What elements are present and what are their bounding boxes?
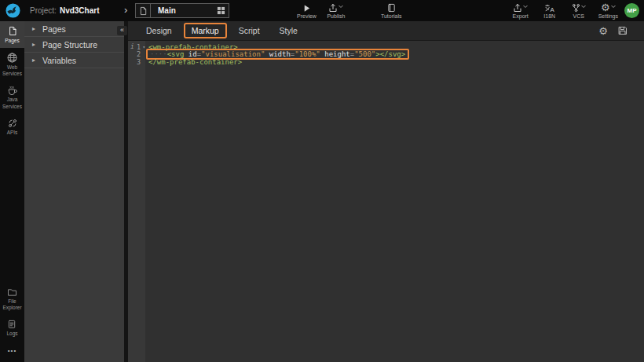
pages-icon [8,26,17,36]
settings-button[interactable]: ⚙Settings [598,2,618,19]
publish-button[interactable]: Publish [327,2,346,19]
code-text: ····<svg id="visualisation" width="100%"… [145,50,409,58]
tabbar-tools: ⚙ [598,26,628,36]
preview-button[interactable]: Preview [297,2,317,19]
i18n-button[interactable]: AI18N [540,2,559,19]
java-services-icon [7,86,17,95]
action-label: VCS [573,13,584,19]
avatar[interactable]: MP [624,3,639,18]
sidebar-item-label: APIs [7,130,18,136]
left-panel: « ▸Pages▸Page Structure▸Variables [24,21,124,362]
caret-down-icon [338,0,343,12]
sidebar-item-java-services[interactable]: Java Services [0,81,24,113]
sidebar-item-logs[interactable]: Logs [0,315,24,341]
play-icon [302,2,311,13]
panel-section-label: Page Structure [42,40,97,49]
panel-section-label: Pages [42,24,66,34]
gear-icon[interactable]: ⚙ [598,26,608,36]
token-tag: <svg [167,50,185,58]
topbar-center-actions: PreviewPublishTutorials [297,0,402,21]
caret-down-icon [523,0,528,12]
more-button[interactable]: ••• [0,341,24,362]
sidebar-item-label: Web Services [1,64,24,77]
file-explorer-icon [7,288,17,297]
sidebar-item-file-explorer[interactable]: File Explorer [0,283,24,315]
panel-divider[interactable] [124,21,128,362]
panel-collapse-button[interactable]: « [117,26,127,35]
sidebar-item-label: Pages [5,38,19,44]
topbar: Project: Nvd3Chart › Main PreviewPublish… [0,0,644,21]
editor-tabbar: DesignMarkupScriptStyle⚙ [128,21,644,41]
topbar-right-actions: ExportAI18NVCS⚙Settings [511,0,618,21]
line-gutter: 2 [128,50,145,58]
i18n-icon: A [544,2,554,13]
action-label: Settings [598,13,618,19]
panel-section-pages[interactable]: ▸Pages [24,21,124,37]
sidebar-item-pages[interactable]: Pages [0,21,24,48]
panel-section-label: Variables [42,56,76,65]
svg-text:A: A [551,6,555,13]
tutorials-icon [387,2,396,13]
caret-right-icon: ▸ [32,41,35,48]
code-line[interactable]: 2····<svg id="visualisation" width="100%… [128,51,644,59]
action-label: Tutorials [381,13,402,19]
token-str: "visualisation" [201,50,265,58]
panel-section-page-structure[interactable]: ▸Page Structure [24,37,124,53]
code-text: </wm-prefab-container> [145,58,242,66]
sidebar-item-label: Logs [6,331,17,337]
line-number: 2 [137,50,141,58]
action-label: Export [513,13,529,19]
sidebar-item-web-services[interactable]: Web Services [0,48,24,81]
markup-editor[interactable]: i1▾<wm-prefab-container>2····<svg id="vi… [128,41,644,362]
apis-icon [8,119,17,128]
editor-gutter [128,41,145,362]
tab-style[interactable]: Style [272,23,306,38]
tab-markup[interactable]: Markup [184,23,227,38]
page-tab-label: Main [151,6,214,15]
project-title: Project: Nvd3Chart [30,0,99,21]
page-tab-main[interactable]: Main [135,3,229,18]
tab-script[interactable]: Script [231,23,268,38]
vcs-icon [572,2,586,13]
caret-right-icon: ▸ [32,57,35,64]
token-str: "100%" [295,50,320,58]
page-file-icon [136,4,151,17]
export-button[interactable]: Export [511,2,530,19]
settings-icon: ⚙ [601,2,616,13]
caret-down-icon [581,0,586,12]
left-icon-rail: PagesWeb ServicesJava ServicesAPIsFile E… [0,21,24,362]
project-label: Project: [30,6,57,15]
token-tag: </wm-prefab-container> [148,58,242,66]
action-label: Preview [297,13,317,19]
logs-icon [8,320,16,329]
wavemaker-logo-icon[interactable] [5,3,20,18]
chevron-right-icon[interactable]: › [124,4,127,16]
token-tag: ></svg> [375,50,405,58]
publish-icon [328,2,343,13]
caret-down-icon [611,0,616,12]
line-gutter: 3 [128,58,145,66]
caret-right-icon: ▸ [32,25,35,32]
vcs-button[interactable]: VCS [569,2,588,19]
token-attr: height [320,50,350,58]
token-ws: ···· [150,50,167,58]
code-lines: i1▾<wm-prefab-container>2····<svg id="vi… [128,41,644,66]
line-number: 1 [137,43,141,51]
sidebar-item-label: File Explorer [1,298,24,311]
line-gutter: i1▾ [128,43,145,51]
sidebar-item-apis[interactable]: APIs [0,114,24,140]
project-name: Nvd3Chart [60,6,100,15]
save-icon[interactable] [618,26,628,35]
token-str: "500" [354,50,375,58]
token-attr: id [184,50,196,58]
fold-icon[interactable]: ▾ [142,44,145,49]
export-icon [513,2,528,13]
token-attr: width [265,50,291,58]
tab-design[interactable]: Design [138,23,180,38]
grid-icon[interactable] [214,6,229,15]
action-label: I18N [543,13,555,19]
tutorials-button[interactable]: Tutorials [381,2,402,19]
line-number: 3 [137,58,141,66]
panel-section-variables[interactable]: ▸Variables [24,53,124,68]
action-label: Publish [327,13,345,19]
